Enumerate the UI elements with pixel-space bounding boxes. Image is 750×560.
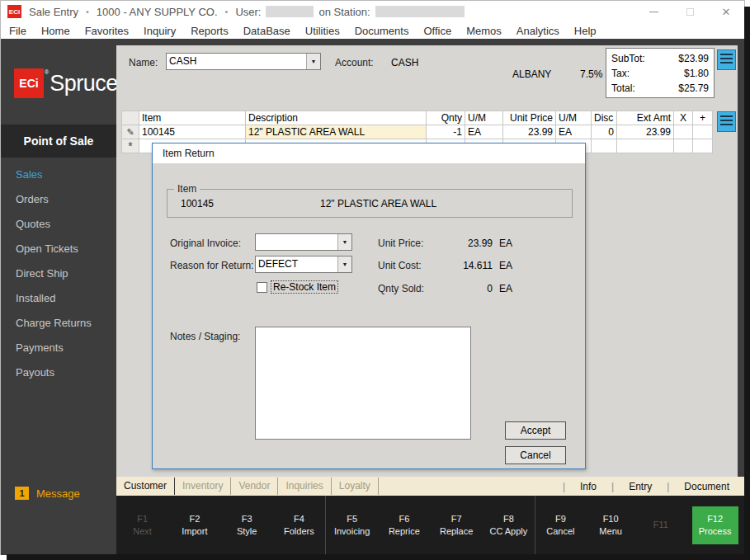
original-invoice-combobox[interactable]: ▼	[255, 233, 352, 251]
fn-group-2: F5Invoicing F6Reprice F7Replace F8CC App…	[326, 496, 535, 554]
tab-inquiries[interactable]: Inquiries	[278, 478, 331, 495]
sidebar-item-payouts[interactable]: Payouts	[1, 360, 116, 385]
minimize-button[interactable]	[635, 1, 672, 22]
item-groupbox: Item 100145 12" PLASTIC AREA WALL	[167, 183, 573, 218]
tab-customer[interactable]: Customer	[116, 478, 175, 495]
title-separator-dot: •	[86, 7, 89, 16]
spruce-logo: ECi ® Spruce ™	[14, 68, 125, 98]
account-value: CASH	[391, 57, 418, 68]
menu-favorites[interactable]: Favorites	[78, 25, 136, 37]
menu-database[interactable]: DataBase	[236, 25, 298, 37]
f3-style-button[interactable]: F3Style	[228, 513, 266, 538]
sidebar-item-open-tickets[interactable]: Open Tickets	[1, 237, 116, 261]
link-document[interactable]: Document	[669, 481, 744, 492]
unit-cost-value: 14.611	[443, 260, 493, 271]
f10-menu-button[interactable]: F10Menu	[592, 513, 630, 538]
cell-plus-empty[interactable]	[693, 139, 713, 153]
menu-analytics[interactable]: Analytics	[509, 25, 567, 37]
cell-qnty[interactable]: -1	[427, 125, 465, 139]
menu-documents[interactable]: Documents	[347, 25, 417, 37]
eci-app-icon: ECi	[7, 5, 21, 18]
menu-inquiry[interactable]: Inquiry	[136, 25, 183, 37]
sidebar-item-installed[interactable]: Installed	[1, 286, 116, 311]
cell-x[interactable]	[674, 125, 693, 139]
grid-menu-grip-icon[interactable]	[717, 111, 736, 132]
menu-help[interactable]: Help	[567, 25, 604, 37]
sidebar-item-orders[interactable]: Orders	[1, 187, 116, 212]
notes-textarea[interactable]	[255, 327, 471, 440]
f8-cc-apply-button[interactable]: F8CC Apply	[489, 513, 527, 538]
unit-cost-label: Unit Cost:	[378, 260, 422, 271]
maximize-button[interactable]	[672, 1, 708, 22]
cancel-button[interactable]: Cancel	[505, 446, 566, 464]
reason-for-return-combobox[interactable]: DEFECT ▼	[255, 256, 352, 273]
f4-folders-button[interactable]: F4Folders	[280, 513, 318, 538]
message-indicator[interactable]: 1 Message	[15, 487, 80, 500]
chevron-down-icon[interactable]: ▼	[337, 256, 351, 272]
subtotal-value: $23.99	[678, 51, 709, 66]
cell-item[interactable]: 100145	[139, 125, 246, 139]
sidebar-item-direct-ship[interactable]: Direct Ship	[1, 261, 116, 286]
account-label: Account:	[335, 57, 374, 68]
sidebar-item-charge-returns[interactable]: Charge Returns	[1, 311, 116, 336]
f5-invoicing-button[interactable]: F5Invoicing	[333, 513, 371, 538]
sidebar-item-sales[interactable]: Sales	[1, 162, 116, 187]
eci-logo-icon: ECi	[14, 68, 44, 98]
menu-office[interactable]: Office	[416, 25, 459, 37]
tab-inventory[interactable]: Inventory	[175, 478, 231, 495]
col-item: Item	[139, 111, 246, 125]
close-button[interactable]: ✕	[708, 1, 744, 22]
cell-ext-amt-empty[interactable]	[617, 139, 674, 153]
subtotal-label: SubTot:	[611, 51, 645, 66]
totals-menu-grip-icon[interactable]	[717, 49, 736, 70]
registered-mark: ®	[45, 69, 49, 75]
chevron-down-icon[interactable]: ▼	[337, 234, 351, 250]
cell-um-1[interactable]: EA	[465, 125, 503, 139]
menu-utilities[interactable]: Utilities	[298, 25, 347, 37]
new-row-asterisk-icon: *	[122, 139, 139, 153]
f6-reprice-button[interactable]: F6Reprice	[385, 513, 423, 538]
col-um-1: U/M	[465, 111, 503, 125]
f9-cancel-button[interactable]: F9Cancel	[541, 513, 579, 538]
cell-um-2[interactable]: EA	[556, 125, 592, 139]
sale-entry-panel: Name: CASH ▼ Account: CASH ALBANY 7.5% S…	[116, 45, 738, 477]
menu-memos[interactable]: Memos	[459, 25, 509, 37]
menu-home[interactable]: Home	[34, 25, 78, 37]
cell-disc-empty[interactable]	[592, 139, 617, 153]
tax-label: Tax:	[611, 66, 630, 81]
sidebar-nav: Sales Orders Quotes Open Tickets Direct …	[1, 162, 116, 385]
link-entry[interactable]: Entry	[614, 481, 667, 492]
sidebar-item-quotes[interactable]: Quotes	[1, 212, 116, 237]
unit-price-um: EA	[499, 238, 512, 249]
sidebar-section-title: Point of Sale	[1, 125, 116, 158]
link-info[interactable]: Info	[565, 481, 611, 492]
tab-loyalty[interactable]: Loyalty	[332, 478, 379, 495]
customer-name-combobox[interactable]: CASH ▼	[166, 53, 321, 70]
menu-reports[interactable]: Reports	[183, 25, 236, 37]
cell-x-empty[interactable]	[674, 139, 693, 153]
chevron-down-icon[interactable]: ▼	[306, 54, 320, 69]
menu-file[interactable]: File	[2, 25, 34, 37]
sidebar-item-payments[interactable]: Payments	[1, 336, 116, 360]
item-description: 12" PLASTIC AREA WALL	[320, 198, 436, 209]
col-description: Description	[246, 111, 427, 125]
cell-description[interactable]: 12" PLASTIC AREA WALL	[246, 125, 427, 139]
f2-import-button[interactable]: F2Import	[176, 513, 214, 538]
table-row[interactable]: ✎ 100145 12" PLASTIC AREA WALL -1 EA 23.…	[122, 125, 713, 139]
f1-next-button: F1Next	[124, 513, 162, 538]
f7-replace-button[interactable]: F7Replace	[437, 513, 475, 538]
fn-group-1: F1Next F2Import F3Style F4Folders	[116, 496, 325, 554]
restock-label: Re-Stock Item	[271, 281, 337, 293]
item-number: 100145	[181, 198, 320, 209]
cell-plus[interactable]	[693, 125, 713, 139]
cell-disc[interactable]: 0	[592, 125, 617, 139]
customer-name-value: CASH	[167, 54, 306, 69]
restock-checkbox[interactable]	[257, 282, 267, 293]
item-group-label: Item	[174, 183, 200, 195]
cell-unit-price[interactable]: 23.99	[503, 125, 556, 139]
col-ext-amt: Ext Amt	[617, 111, 674, 125]
cell-ext-amt[interactable]: 23.99	[617, 125, 674, 139]
tab-vendor[interactable]: Vendor	[231, 478, 278, 495]
accept-button[interactable]: Accept	[505, 421, 566, 440]
f12-process-button[interactable]: F12Process	[692, 506, 738, 544]
